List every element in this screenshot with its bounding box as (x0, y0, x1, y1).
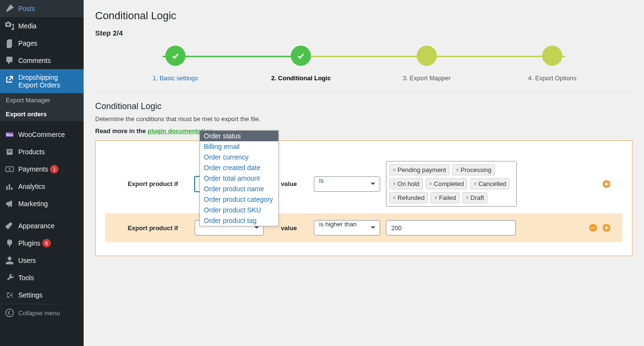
chip: ×Cancelled (470, 178, 509, 189)
operator-select[interactable]: is higher than (314, 220, 380, 235)
chip: ×Refunded (389, 192, 428, 203)
step-pending-icon (417, 46, 437, 66)
collapse-icon (5, 308, 14, 318)
sidebar-item-label: Tools (18, 274, 34, 282)
svg-rect-7 (605, 184, 609, 185)
dropdown-option[interactable]: Order status (200, 131, 278, 141)
sidebar-item-comments[interactable]: Comments (0, 52, 84, 69)
plugin-icon (5, 238, 14, 248)
step-label: 1. Basic settings (152, 74, 198, 82)
page-icon (5, 38, 14, 48)
condition-prefix-label: Export product if (117, 180, 189, 187)
sidebar-sub-export-orders[interactable]: Export orders (0, 107, 84, 121)
field-dropdown: Order status Billing email Order currenc… (199, 130, 279, 226)
sidebar-item-woocommerce[interactable]: Woo WooCommerce (0, 126, 84, 143)
svg-text:$: $ (9, 167, 11, 172)
add-row-button[interactable] (602, 180, 611, 188)
settings-icon (5, 290, 14, 300)
step-export-mapper[interactable]: 3. Export Mapper (364, 46, 490, 82)
comment-icon (5, 56, 14, 65)
pin-icon (5, 4, 14, 13)
step-conditional-logic[interactable]: 2. Conditional Logic (238, 46, 364, 82)
sidebar-item-analytics[interactable]: Analytics (0, 178, 84, 195)
sidebar-item-appearance[interactable]: Appearance (0, 217, 84, 235)
chip-remove-icon[interactable]: × (393, 167, 396, 173)
section-title: Conditional Logic (95, 101, 632, 111)
dropdown-option[interactable]: Order product category (200, 194, 278, 205)
svg-point-4 (6, 309, 13, 317)
sidebar-item-tools[interactable]: Tools (0, 269, 84, 286)
sidebar-item-dropshipping[interactable]: Dropshipping Export Orders (0, 69, 84, 93)
sidebar-item-label: Posts (18, 5, 35, 12)
sidebar-item-marketing[interactable]: Marketing (0, 195, 84, 212)
sidebar-item-label: Marketing (18, 200, 48, 208)
sidebar-item-products[interactable]: Products (0, 143, 84, 161)
step-counter: Step 2/4 (95, 29, 632, 37)
sidebar-item-label: Dropshipping Export Orders (18, 74, 79, 89)
admin-sidebar: Posts Media Pages Comments Dropshipping … (0, 0, 84, 346)
condition-row: Export product if Order status value is … (105, 154, 622, 213)
sidebar-item-label: Pages (18, 39, 37, 47)
dropdown-option[interactable]: Order currency (200, 152, 278, 162)
sidebar-item-label: Comments (18, 57, 51, 64)
sidebar-item-label: Payments (18, 165, 48, 173)
dropdown-option[interactable]: Billing email (200, 141, 278, 152)
svg-text:Woo: Woo (6, 133, 13, 136)
condition-row: Export product if Order total amount val… (105, 213, 622, 242)
sidebar-item-label: Settings (18, 291, 43, 299)
step-pending-icon (542, 46, 562, 66)
step-label: 3. Export Mapper (403, 74, 451, 82)
chip-remove-icon[interactable]: × (393, 181, 396, 187)
sidebar-item-label: WooCommerce (18, 131, 65, 138)
section-desc: Determine the conditions that must be me… (95, 115, 632, 123)
dropdown-option[interactable]: Order total amount (200, 173, 278, 184)
sidebar-item-label: Users (18, 257, 36, 264)
sidebar-item-label: Plugins (18, 239, 40, 247)
conditions-container: Export product if Order status value is … (95, 140, 632, 256)
sidebar-sub-export-manager[interactable]: Export Manager (0, 93, 84, 107)
money-icon: $ (5, 164, 14, 174)
page-title: Conditional Logic (95, 10, 632, 22)
dropdown-option[interactable]: Order product SKU (200, 205, 278, 215)
sidebar-item-label: Analytics (18, 183, 45, 190)
chart-icon (5, 182, 14, 191)
chip-remove-icon[interactable]: × (466, 195, 469, 201)
sidebar-item-posts[interactable]: Posts (0, 0, 84, 17)
remove-row-button[interactable] (589, 223, 597, 232)
sidebar-item-settings[interactable]: Settings (0, 286, 84, 304)
chip-remove-icon[interactable]: × (473, 181, 477, 187)
chip-remove-icon[interactable]: × (434, 195, 437, 201)
step-basic-settings[interactable]: 1. Basic settings (112, 46, 238, 82)
step-done-icon (291, 46, 311, 66)
chip: ×Completed (426, 178, 468, 189)
dropdown-option[interactable]: Order created date (200, 162, 278, 173)
collapse-menu[interactable]: Collapse menu (0, 304, 84, 321)
megaphone-icon (5, 199, 14, 209)
step-export-options[interactable]: 4. Export Options (490, 46, 616, 82)
sidebar-item-plugins[interactable]: Plugins 6 (0, 235, 84, 252)
media-icon (5, 21, 14, 31)
wrench-icon (5, 273, 14, 283)
condition-prefix-label: Export product if (117, 224, 189, 232)
readmore-line: Read more in the plugin documentation (95, 127, 632, 135)
sidebar-item-payments[interactable]: $ Payments 1 (0, 161, 84, 178)
sidebar-item-media[interactable]: Media (0, 17, 84, 35)
main-content: Conditional Logic Step 2/4 1. Basic sett… (84, 0, 644, 346)
collapse-label: Collapse menu (18, 309, 60, 317)
dropdown-option[interactable]: Order product name (200, 184, 278, 194)
wizard-stepper: Step 2/4 1. Basic settings 2. Conditiona… (95, 29, 632, 92)
sidebar-item-users[interactable]: Users (0, 252, 84, 269)
chip: ×Processing (452, 164, 495, 175)
chip-remove-icon[interactable]: × (429, 181, 433, 187)
brush-icon (5, 221, 14, 231)
add-row-button[interactable] (602, 223, 611, 232)
dropdown-option[interactable]: Order product tag (200, 215, 278, 226)
value-multiselect[interactable]: ×Pending payment ×Processing ×On hold ×C… (386, 161, 517, 207)
count-badge: 1 (50, 165, 59, 173)
sidebar-item-pages[interactable]: Pages (0, 35, 84, 52)
chip-remove-icon[interactable]: × (393, 195, 396, 201)
value-input[interactable] (386, 220, 516, 235)
chip-remove-icon[interactable]: × (456, 167, 459, 173)
operator-select[interactable]: is (314, 176, 380, 192)
svg-rect-9 (591, 227, 595, 228)
